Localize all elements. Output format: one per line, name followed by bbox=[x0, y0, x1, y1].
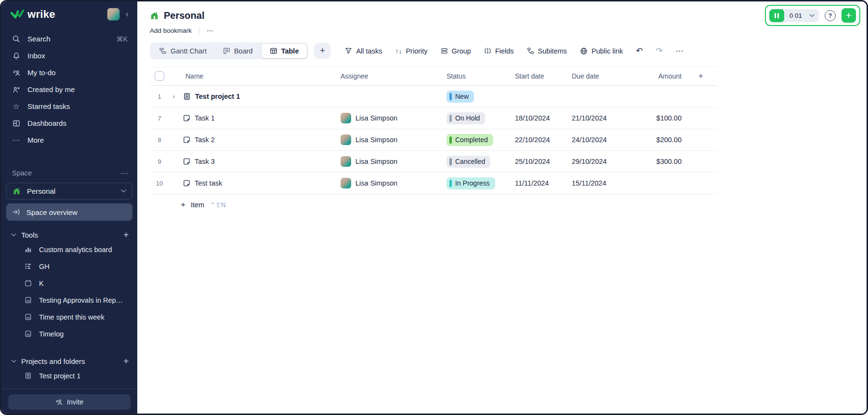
sidebar-item-search[interactable]: Search ⌘K bbox=[1, 30, 137, 47]
status-badge[interactable]: Completed bbox=[447, 134, 493, 146]
tab-gantt-chart[interactable]: Gantt Chart bbox=[151, 43, 215, 58]
undo-icon[interactable]: ↶ bbox=[636, 46, 643, 56]
select-all-checkbox[interactable] bbox=[155, 71, 164, 81]
status-cell[interactable]: In Progress bbox=[440, 177, 508, 189]
sidebar-item-space-personal[interactable]: Personal bbox=[6, 183, 132, 200]
due-date-cell[interactable]: 24/10/2024 bbox=[565, 136, 638, 144]
assignee-cell[interactable]: Lisa Simpson bbox=[333, 156, 440, 167]
projects-section-header[interactable]: Projects and folders + bbox=[1, 355, 137, 367]
tab-table[interactable]: Table bbox=[261, 43, 308, 58]
amount-cell[interactable]: $100.00 bbox=[638, 114, 684, 122]
add-item-label[interactable]: Item bbox=[191, 201, 204, 209]
item-name[interactable]: Task 1 bbox=[195, 114, 215, 122]
add-view-button[interactable]: + bbox=[314, 43, 330, 59]
group-control[interactable]: Group bbox=[441, 47, 471, 55]
status-cell[interactable]: Completed bbox=[440, 134, 508, 146]
column-header-start-date[interactable]: Start date bbox=[508, 72, 565, 80]
add-project-icon[interactable]: + bbox=[123, 356, 129, 366]
start-date-cell[interactable]: 22/10/2024 bbox=[508, 136, 565, 144]
filter-control[interactable]: All tasks bbox=[345, 47, 382, 55]
add-column-icon[interactable]: + bbox=[684, 71, 717, 81]
redo-icon[interactable]: ↷ bbox=[656, 46, 663, 56]
amount-cell[interactable]: $200.00 bbox=[638, 136, 684, 144]
add-tool-icon[interactable]: + bbox=[123, 230, 129, 240]
due-date-cell[interactable]: 15/11/2024 bbox=[565, 179, 638, 187]
fields-control[interactable]: Fields bbox=[484, 47, 514, 55]
sidebar-collapse-icon[interactable]: ‹ bbox=[120, 9, 131, 19]
status-cell[interactable]: New bbox=[440, 91, 508, 103]
status-bar bbox=[449, 158, 452, 165]
table-row[interactable]: 10 Test task Lisa Simpson In Progress 11… bbox=[150, 173, 717, 194]
sidebar-item-k[interactable]: K bbox=[1, 275, 137, 292]
sidebar-item-testing-approvals[interactable]: Testing Approvals in Rep… bbox=[1, 292, 137, 308]
assignee-cell[interactable]: Lisa Simpson bbox=[333, 113, 440, 123]
pause-button[interactable] bbox=[769, 9, 784, 22]
item-name[interactable]: Task 2 bbox=[195, 136, 215, 144]
timer-chevron-down-icon[interactable] bbox=[807, 14, 819, 17]
sort-control[interactable]: ↑↓ Priority bbox=[395, 47, 427, 55]
assignee-name: Lisa Simpson bbox=[355, 158, 397, 165]
user-avatar[interactable] bbox=[107, 8, 120, 21]
due-date-cell[interactable]: 21/10/2024 bbox=[565, 114, 638, 122]
item-name[interactable]: Test project 1 bbox=[195, 93, 240, 100]
item-name[interactable]: Test task bbox=[195, 179, 222, 187]
column-header-assignee[interactable]: Assignee bbox=[333, 72, 440, 80]
sidebar-item-gh[interactable]: GH bbox=[1, 258, 137, 275]
subitems-control[interactable]: Subitems bbox=[527, 47, 567, 55]
chevron-down-icon bbox=[11, 233, 16, 237]
sidebar-item-starred-tasks[interactable]: ☆ Starred tasks bbox=[1, 98, 137, 115]
logo-text: wrike bbox=[27, 8, 55, 21]
tools-section-header[interactable]: Tools + bbox=[1, 228, 137, 241]
expand-chevron-icon[interactable]: › bbox=[169, 93, 179, 100]
sidebar-item-test-project-1[interactable]: Test project 1 bbox=[1, 367, 137, 384]
public-link-control[interactable]: Public link bbox=[580, 47, 623, 55]
status-badge[interactable]: In Progress bbox=[447, 177, 495, 189]
sidebar-item-time-spent[interactable]: Time spent this week bbox=[1, 308, 137, 325]
status-cell[interactable]: Cancelled bbox=[440, 156, 508, 168]
add-button[interactable]: + bbox=[842, 8, 856, 23]
start-date-cell[interactable]: 18/10/2024 bbox=[508, 114, 565, 122]
table-row[interactable]: 8 Task 2 Lisa Simpson Completed 22/10/20… bbox=[150, 129, 717, 151]
sidebar-item-dashboards[interactable]: Dashboards bbox=[1, 115, 137, 132]
assignee-cell[interactable]: Lisa Simpson bbox=[333, 178, 440, 188]
toolbar-more-icon[interactable]: ⋯ bbox=[676, 46, 684, 55]
sidebar-item-my-todo[interactable]: My to-do bbox=[1, 64, 137, 81]
calendar-icon bbox=[24, 280, 32, 287]
table-row[interactable]: 7 Task 1 Lisa Simpson On Hold 18/10/2024… bbox=[150, 107, 717, 129]
status-badge[interactable]: Cancelled bbox=[447, 156, 490, 168]
sidebar-item-created-by-me[interactable]: Created by me bbox=[1, 81, 137, 98]
column-header-status[interactable]: Status bbox=[440, 72, 508, 80]
invite-button[interactable]: Invite bbox=[8, 394, 131, 410]
add-item-row[interactable]: + Item ⌃⇧N bbox=[150, 194, 717, 215]
help-button[interactable]: ? bbox=[825, 10, 836, 21]
table-row[interactable]: 1 › Test project 1 New bbox=[150, 86, 717, 107]
sidebar-item-more[interactable]: ⋯ More bbox=[1, 132, 137, 148]
status-badge[interactable]: New bbox=[447, 91, 474, 103]
star-icon: ☆ bbox=[12, 102, 20, 111]
add-item-plus-icon[interactable]: + bbox=[181, 200, 185, 210]
tab-board[interactable]: Board bbox=[215, 43, 261, 58]
status-badge[interactable]: On Hold bbox=[447, 112, 485, 124]
table-row[interactable]: 9 Task 3 Lisa Simpson Cancelled 25/10/20… bbox=[150, 151, 717, 173]
due-date-cell[interactable]: 29/10/2024 bbox=[565, 158, 638, 165]
add-bookmark-link[interactable]: Add bookmark bbox=[150, 27, 192, 34]
sidebar-item-custom-analytics-board[interactable]: Custom analytics board bbox=[1, 241, 137, 258]
start-date-cell[interactable]: 25/10/2024 bbox=[508, 158, 565, 165]
wrike-logo[interactable]: wrike bbox=[10, 8, 107, 21]
assignee-cell[interactable]: Lisa Simpson bbox=[333, 134, 440, 145]
report-icon bbox=[24, 296, 32, 304]
sidebar-item-inbox[interactable]: Inbox bbox=[1, 47, 137, 64]
sidebar-item-space-overview[interactable]: Space overview bbox=[6, 203, 132, 221]
start-date-cell[interactable]: 11/11/2024 bbox=[508, 179, 565, 187]
status-cell[interactable]: On Hold bbox=[440, 112, 508, 124]
header-more-icon[interactable]: ⋯ bbox=[207, 27, 214, 34]
column-header-amount[interactable]: Amount bbox=[638, 72, 684, 80]
column-header-due-date[interactable]: Due date bbox=[565, 72, 638, 80]
space-more-icon[interactable]: ⋯ bbox=[120, 169, 129, 178]
amount-cell[interactable]: $300.00 bbox=[638, 158, 684, 165]
column-header-name[interactable]: Name bbox=[169, 72, 333, 80]
sidebar-item-timelog[interactable]: Timelog bbox=[1, 325, 137, 342]
item-name[interactable]: Task 3 bbox=[195, 158, 215, 165]
status-label: In Progress bbox=[455, 179, 490, 187]
tab-label: Board bbox=[234, 47, 253, 55]
